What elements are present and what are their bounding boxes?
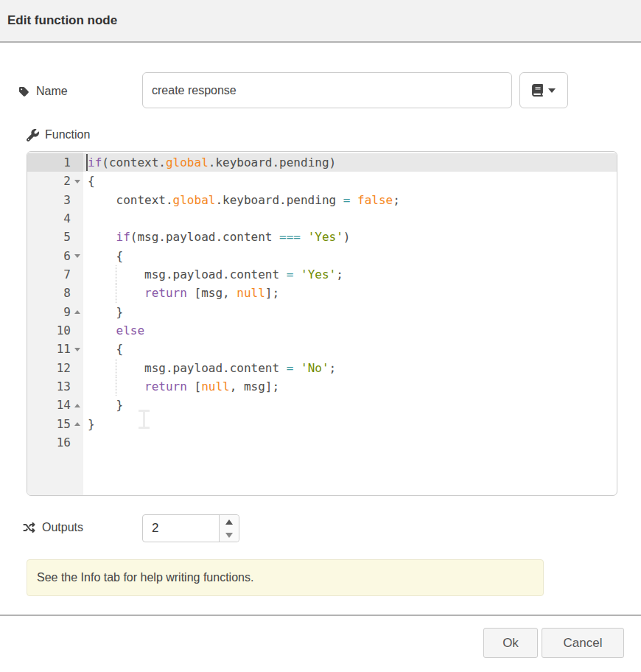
line-number: 2 <box>27 172 71 190</box>
editor-code-area[interactable]: if(context.global.keyboard.pending){ con… <box>83 152 617 495</box>
code-line[interactable]: } <box>83 303 617 321</box>
line-number: 12 <box>27 359 71 377</box>
gutter-line: 9 <box>27 303 83 321</box>
code-line[interactable]: } <box>83 396 617 414</box>
code-line[interactable]: return [null, msg]; <box>83 377 617 396</box>
book-icon <box>532 84 543 97</box>
line-number: 7 <box>27 265 71 284</box>
wrench-icon <box>27 129 39 141</box>
fold-toggle-icon[interactable] <box>74 404 80 407</box>
name-label: Name <box>19 83 68 100</box>
gutter-line: 1 <box>27 153 83 172</box>
fold-toggle-icon[interactable] <box>74 348 80 351</box>
fold-toggle-icon[interactable] <box>74 422 80 426</box>
fold-toggle-icon[interactable] <box>74 254 80 258</box>
tag-icon <box>19 86 30 97</box>
edit-function-node-dialog: Edit function node Name Function 1234567… <box>0 0 641 672</box>
code-line[interactable]: { <box>83 247 617 265</box>
shuffle-icon <box>22 522 36 533</box>
line-number: 13 <box>27 377 71 396</box>
function-label: Function <box>27 127 90 143</box>
code-line[interactable] <box>83 433 617 452</box>
gutter-line: 6 <box>27 247 83 265</box>
code-line[interactable]: msg.payload.content = 'Yes'; <box>83 265 617 284</box>
code-line[interactable]: else <box>83 321 617 340</box>
gutter-line: 15 <box>27 415 83 433</box>
line-number: 16 <box>27 433 71 452</box>
line-number: 14 <box>27 396 71 414</box>
spinner-buttons <box>219 515 239 542</box>
fold-toggle-icon[interactable] <box>74 180 80 183</box>
line-number: 6 <box>27 247 71 265</box>
name-label-text: Name <box>36 85 68 98</box>
code-line[interactable]: { <box>83 340 617 358</box>
line-number: 4 <box>27 209 71 228</box>
gutter-line: 3 <box>27 191 83 209</box>
outputs-input[interactable] <box>143 515 220 542</box>
code-line[interactable]: return [msg, null]; <box>83 284 617 302</box>
ok-button[interactable]: Ok <box>483 628 538 658</box>
code-line[interactable]: { <box>83 172 617 190</box>
gutter-line: 16 <box>27 433 83 452</box>
info-note: See the Info tab for help writing functi… <box>27 559 544 596</box>
gutter-line: 4 <box>27 209 83 228</box>
code-line[interactable]: msg.payload.content = 'No'; <box>83 359 617 377</box>
dialog-header: Edit function node <box>0 0 641 43</box>
line-number: 8 <box>27 284 71 302</box>
outputs-label: Outputs <box>22 519 83 536</box>
function-code-editor[interactable]: 12345678910111213141516 if(context.globa… <box>27 151 617 496</box>
line-number: 11 <box>27 340 71 358</box>
gutter-line: 14 <box>27 396 83 414</box>
line-number: 15 <box>27 415 71 433</box>
function-label-text: Function <box>45 128 90 141</box>
code-line[interactable]: context.global.keyboard.pending = false; <box>83 191 617 209</box>
spinner-down-button[interactable] <box>220 528 239 542</box>
fold-toggle-icon[interactable] <box>74 310 80 314</box>
footer-divider <box>0 615 641 616</box>
gutter-line: 5 <box>27 228 83 246</box>
code-line[interactable] <box>83 209 617 228</box>
code-line[interactable]: if(context.global.keyboard.pending) <box>83 153 617 172</box>
gutter-line: 12 <box>27 359 83 377</box>
editor-gutter: 12345678910111213141516 <box>27 152 83 495</box>
line-number: 5 <box>27 228 71 246</box>
line-number: 10 <box>27 321 71 340</box>
spinner-up-button[interactable] <box>220 515 239 528</box>
info-note-text: See the Info tab for help writing functi… <box>37 571 253 584</box>
cancel-button[interactable]: Cancel <box>542 628 624 658</box>
name-input[interactable] <box>142 72 512 108</box>
gutter-line: 2 <box>27 172 83 190</box>
gutter-line: 11 <box>27 340 83 358</box>
gutter-line: 7 <box>27 265 83 284</box>
outputs-spinner <box>142 514 239 542</box>
gutter-line: 13 <box>27 377 83 396</box>
text-cursor <box>86 154 88 171</box>
triangle-down-icon <box>225 533 233 538</box>
line-number: 9 <box>27 303 71 321</box>
library-button[interactable] <box>519 72 568 108</box>
code-line[interactable]: if(msg.payload.content === 'Yes') <box>83 228 617 246</box>
gutter-line: 8 <box>27 284 83 302</box>
line-number: 1 <box>27 153 71 172</box>
code-line[interactable]: } <box>83 415 617 433</box>
dialog-title: Edit function node <box>7 13 117 28</box>
outputs-label-text: Outputs <box>42 521 83 534</box>
line-number: 3 <box>27 191 71 209</box>
triangle-up-icon <box>225 519 233 525</box>
chevron-down-icon <box>548 88 556 93</box>
gutter-line: 10 <box>27 321 83 340</box>
